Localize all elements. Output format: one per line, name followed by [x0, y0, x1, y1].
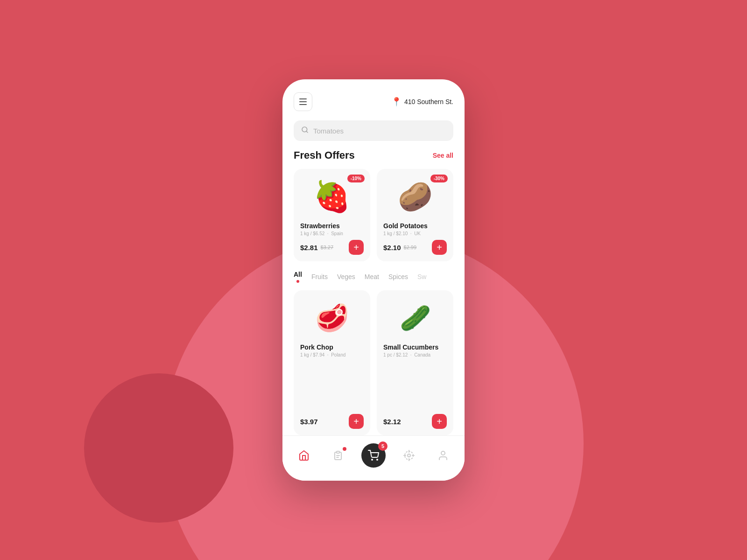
nav-profile[interactable]: [433, 445, 453, 466]
orders-notification-badge: [343, 447, 346, 451]
potato-icon: 🥔: [398, 180, 433, 213]
fresh-offers-header: Fresh Offers See all: [282, 149, 465, 169]
tab-spices[interactable]: Spices: [388, 273, 408, 280]
cart-count-badge: 5: [378, 441, 388, 451]
svg-line-1: [306, 131, 308, 133]
svg-rect-2: [337, 451, 339, 453]
price-current-strawberries: $2.81: [300, 244, 318, 252]
tab-all[interactable]: All: [294, 271, 302, 283]
product-image-small-cucumbers: 🥒: [383, 297, 447, 339]
tab-fruits[interactable]: Fruits: [311, 273, 328, 280]
product-name-gold-potatoes: Gold Potatoes: [383, 222, 447, 230]
product-card-pork-chop: 🥩 Pork Chop 1 kg / $7.94 · Poland $3.97 …: [294, 290, 370, 435]
menu-button[interactable]: [294, 92, 312, 111]
location-pin-icon: 📍: [391, 97, 402, 107]
add-button-pork-chop[interactable]: +: [349, 414, 364, 429]
location-area[interactable]: 📍 410 Southern St.: [391, 97, 453, 107]
tab-veges[interactable]: Veges: [337, 273, 355, 280]
bg-circle-small: [84, 373, 233, 523]
profile-icon: [437, 450, 449, 461]
product-name-small-cucumbers: Small Cucumbers: [383, 343, 447, 351]
meat-icon: 🥩: [315, 302, 349, 334]
add-button-small-cucumbers[interactable]: +: [432, 414, 447, 429]
svg-point-9: [441, 451, 445, 455]
price-row-gold-potatoes: $2.10 $2.99 +: [383, 240, 447, 255]
see-all-button[interactable]: See all: [433, 152, 453, 159]
product-card-small-cucumbers: 🥒 Small Cucumbers 1 pc / $2.12 · Canada …: [377, 290, 453, 435]
nav-home[interactable]: [294, 445, 314, 466]
price-old-strawberries: $3.27: [321, 245, 346, 250]
hamburger-icon: [299, 98, 307, 105]
add-button-strawberries[interactable]: +: [349, 240, 364, 255]
price-old-gold-potatoes: $2.99: [404, 245, 429, 250]
product-meta-strawberries: 1 kg / $6.52 · Spain: [300, 231, 364, 236]
svg-point-7: [408, 454, 410, 457]
cart-icon: [368, 450, 379, 461]
svg-point-6: [377, 459, 378, 460]
product-meta-gold-potatoes: 1 kg / $2.10 · UK: [383, 231, 447, 236]
product-card-gold-potatoes: -30% 🥔 Gold Potatoes 1 kg / $2.10 · UK $…: [377, 169, 453, 261]
nav-orders[interactable]: [328, 445, 348, 466]
search-bar[interactable]: Tomatoes: [294, 120, 453, 141]
product-name-strawberries: Strawberries: [300, 222, 364, 230]
location-text: 410 Southern St.: [404, 98, 453, 105]
product-card-strawberries: -10% 🍓 Strawberries 1 kg / $6.52 · Spain…: [294, 169, 370, 261]
nav-location[interactable]: [399, 445, 419, 466]
price-current-small-cucumbers: $2.12: [383, 418, 401, 426]
price-row-small-cucumbers: $2.12 +: [383, 414, 447, 429]
discount-badge-strawberries: -10%: [347, 175, 365, 182]
tab-sweets-partial[interactable]: Sw: [417, 273, 426, 280]
nav-cart[interactable]: 5: [361, 443, 386, 468]
svg-point-5: [372, 459, 373, 460]
product-meta-small-cucumbers: 1 pc / $2.12 · Canada: [383, 352, 447, 357]
fresh-offers-title: Fresh Offers: [294, 149, 355, 161]
product-meta-pork-chop: 1 kg / $7.94 · Poland: [300, 352, 364, 357]
phone-frame: 📍 410 Southern St. Tomatoes Fresh Offers…: [282, 79, 465, 481]
product-image-pork-chop: 🥩: [300, 297, 364, 339]
fresh-offers-cards: -10% 🍓 Strawberries 1 kg / $6.52 · Spain…: [282, 169, 465, 271]
price-row-pork-chop: $3.97 +: [300, 414, 364, 429]
active-tab-indicator: [296, 280, 299, 283]
home-icon: [298, 450, 310, 461]
discount-badge-gold-potatoes: -30%: [430, 175, 448, 182]
location-icon: [403, 450, 415, 461]
search-placeholder: Tomatoes: [313, 127, 344, 135]
orders-icon: [332, 450, 344, 461]
product-name-pork-chop: Pork Chop: [300, 343, 364, 351]
bottom-nav: 5: [282, 435, 465, 481]
category-tabs: All Fruits Veges Meat Spices Sw: [282, 271, 465, 290]
tab-meat[interactable]: Meat: [365, 273, 379, 280]
add-button-gold-potatoes[interactable]: +: [432, 240, 447, 255]
price-current-gold-potatoes: $2.10: [383, 244, 401, 252]
price-current-pork-chop: $3.97: [300, 418, 318, 426]
header: 📍 410 Southern St.: [282, 79, 465, 119]
cucumber-icon: 🥒: [400, 303, 431, 333]
strawberry-icon: 🍓: [313, 179, 351, 214]
price-row-strawberries: $2.81 $3.27 +: [300, 240, 364, 255]
search-icon: [301, 126, 309, 135]
category-products-row: 🥩 Pork Chop 1 kg / $7.94 · Poland $3.97 …: [282, 290, 465, 435]
